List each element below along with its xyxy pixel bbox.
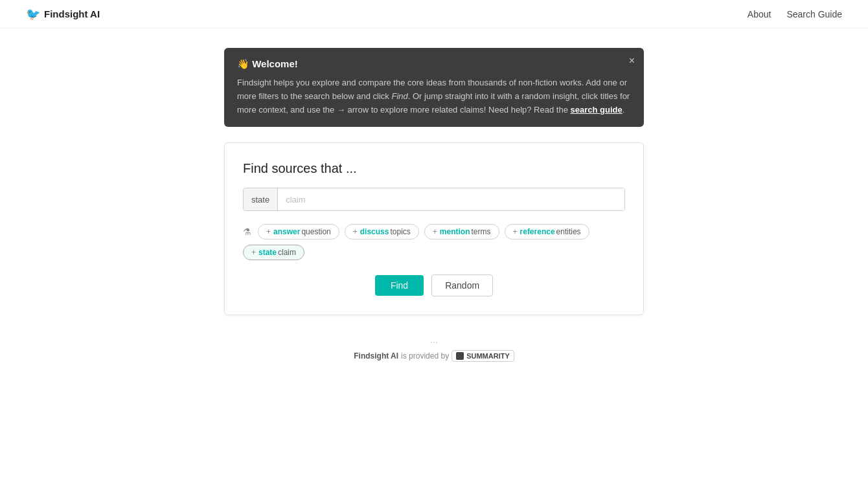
- filter-chip-state[interactable]: + state claim: [243, 245, 304, 260]
- chip-plus-answer: +: [266, 227, 271, 236]
- summarity-icon: [456, 352, 464, 360]
- summarity-label: SUMMARITY: [466, 352, 510, 360]
- find-button[interactable]: Find: [375, 275, 424, 296]
- filter-chip-mention[interactable]: + mention terms: [424, 224, 499, 239]
- welcome-banner-title: 👋 Welcome!: [237, 58, 631, 70]
- footer-brand-name: Findsight AI: [354, 351, 398, 360]
- footer-text: Findsight AI is provided by SUMMARITY: [224, 350, 644, 362]
- chip-keyword-answer: answer: [273, 227, 300, 236]
- chip-rest-discuss: topics: [390, 227, 410, 236]
- chip-plus-mention: +: [433, 227, 437, 236]
- chip-keyword-reference: reference: [520, 227, 555, 236]
- welcome-text-part3: .: [622, 105, 625, 115]
- search-card: Find sources that ... state ⚗ + answer q…: [224, 142, 644, 315]
- nav-search-guide-link[interactable]: Search Guide: [786, 9, 842, 19]
- filter-chip-reference[interactable]: + reference entities: [505, 224, 589, 239]
- chip-rest-reference: entities: [556, 227, 581, 236]
- navbar-links: About Search Guide: [748, 9, 842, 19]
- summarity-badge: SUMMARITY: [451, 350, 514, 362]
- footer: ... Findsight AI is provided by SUMMARIT…: [224, 315, 644, 375]
- search-guide-link[interactable]: search guide: [571, 105, 622, 115]
- filter-icon: ⚗: [243, 227, 251, 237]
- footer-ellipsis: ...: [224, 335, 644, 345]
- random-button[interactable]: Random: [431, 274, 493, 296]
- chip-rest-mention: terms: [472, 227, 491, 236]
- footer-middle-text: is provided by: [401, 351, 449, 360]
- welcome-banner-body: Findsight helps you explore and compare …: [237, 76, 631, 116]
- filter-row: ⚗ + answer question + discuss topics + m…: [243, 224, 625, 260]
- chip-keyword-discuss: discuss: [360, 227, 389, 236]
- chip-plus-discuss: +: [353, 227, 358, 236]
- main-content: 👋 Welcome! × Findsight helps you explore…: [214, 28, 654, 394]
- search-title: Find sources that ...: [243, 161, 625, 176]
- brand-icon: 🐦: [26, 7, 40, 21]
- button-row: Find Random: [243, 274, 625, 296]
- chip-rest-state: claim: [278, 248, 296, 257]
- close-button[interactable]: ×: [629, 56, 635, 66]
- filter-chip-answer[interactable]: + answer question: [258, 224, 339, 239]
- chip-plus-reference: +: [513, 227, 518, 236]
- chip-keyword-mention: mention: [440, 227, 470, 236]
- brand-name: Findsight AI: [44, 8, 100, 19]
- navbar: 🐦 Findsight AI About Search Guide: [0, 0, 868, 28]
- welcome-banner: 👋 Welcome! × Findsight helps you explore…: [224, 48, 644, 127]
- state-badge: state: [244, 188, 278, 210]
- chip-rest-answer: question: [301, 227, 330, 236]
- brand: 🐦 Findsight AI: [26, 7, 100, 21]
- chip-plus-state: +: [251, 248, 256, 257]
- welcome-text-italic: Find: [391, 91, 407, 101]
- filter-chip-discuss[interactable]: + discuss topics: [345, 224, 419, 239]
- chip-keyword-state: state: [258, 248, 277, 257]
- nav-about-link[interactable]: About: [748, 9, 771, 19]
- search-input-row: state: [243, 188, 625, 211]
- claim-input[interactable]: [278, 188, 624, 210]
